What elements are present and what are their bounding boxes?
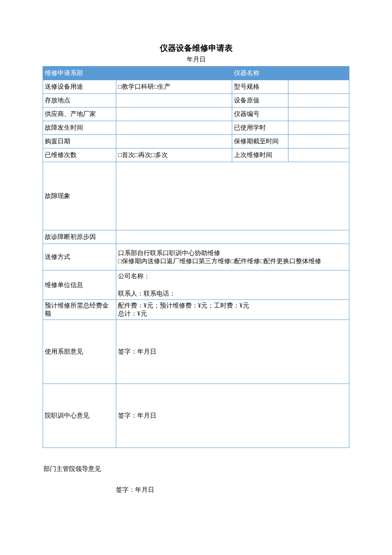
row-symptom: 故隙现象	[43, 162, 349, 230]
row-faulttime: 故障发生时间 已使用学时	[43, 121, 349, 135]
symptom-label: 故隙现象	[43, 162, 116, 230]
warranty-val[interactable]	[288, 135, 349, 148]
location-label: 存放地点	[43, 94, 116, 108]
origvalue-val[interactable]	[288, 94, 349, 108]
row-usage: 送修设备用途 □教学口科研□生产 型号规格	[43, 80, 349, 94]
method-label: 送修方式	[43, 244, 116, 270]
faulttime-label: 故障发生时间	[43, 121, 116, 135]
row-method: 送修方式 口系部自行联系口职训中心协助维修 □保修期内送修口返厂维修口第三方维修…	[43, 244, 349, 270]
header-dept-val	[116, 67, 232, 80]
header-equipname-label: 仪器名称	[232, 67, 288, 80]
repair-request-form-table: 维修申请系部 仪器名称 送修设备用途 □教学口科研□生产 型号规格 存放地点 设…	[43, 66, 349, 448]
diag-label: 故诊障断初原步因	[43, 230, 116, 244]
cost-label: 预计维修所需总经费金额	[43, 300, 116, 320]
center-val[interactable]: 签字：年月日	[116, 384, 349, 448]
row-purchase: 购置日期 保修期截至时间	[43, 135, 349, 148]
equipno-label: 仪器编号	[232, 108, 288, 121]
diag-val[interactable]	[116, 230, 349, 244]
center-sign: 签字：年月日	[118, 412, 347, 420]
row-deptopinion: 使用系部意见 签字：年月日	[43, 320, 349, 384]
origvalue-label: 设备原值	[232, 94, 288, 108]
deptopinion-label: 使用系部意见	[43, 320, 116, 384]
model-val[interactable]	[288, 80, 349, 94]
row-repaircount: 已维修次数 □首次□再次□多次 上次维修时间	[43, 148, 349, 162]
model-label: 型号规格	[232, 80, 288, 94]
method-val[interactable]: 口系部自行联系口职训中心协助维修 □保修期内送修口返厂维修口第三方维修□配件维修…	[116, 244, 349, 270]
row-location: 存放地点 设备原值	[43, 94, 349, 108]
deptopinion-val[interactable]: 签字：年月日	[116, 320, 349, 384]
header-equipname-val	[288, 67, 349, 80]
cost-line1: 配件费：¥元；预计维修费：¥元；工时费：¥元	[118, 302, 347, 310]
center-label: 院职训中心意见	[43, 384, 116, 448]
unit-label: 维修单位信息	[43, 270, 116, 300]
row-cost: 预计维修所需总经费金额 配件费：¥元；预计维修费：¥元；工时费：¥元 总计：¥元	[43, 300, 349, 320]
header-row: 维修申请系部 仪器名称	[43, 67, 349, 80]
usedhours-val[interactable]	[288, 121, 349, 135]
row-centeropinion: 院职训中心意见 签字：年月日	[43, 384, 349, 448]
unit-line2: 联系人：联系电话：	[118, 290, 347, 298]
unit-line1: 公司名称：	[118, 272, 347, 280]
purchase-val[interactable]	[116, 135, 232, 148]
unit-val[interactable]: 公司名称： 联系人：联系电话：	[116, 270, 349, 300]
form-date-line: 年月日	[43, 55, 349, 64]
row-unit: 维修单位信息 公司名称： 联系人：联系电话：	[43, 270, 349, 300]
deptopinion-sign: 签字：年月日	[118, 348, 347, 356]
method-line1: 口系部自行联系口职训中心协助维修	[118, 249, 347, 257]
location-val[interactable]	[116, 94, 232, 108]
supplier-val[interactable]	[116, 108, 232, 121]
usedhours-label: 已使用学时	[232, 121, 288, 135]
row-supplier: 供应商、产地厂家 仪器编号	[43, 108, 349, 121]
symptom-val[interactable]	[116, 162, 349, 230]
row-diag: 故诊障断初原步因	[43, 230, 349, 244]
usage-label: 送修设备用途	[43, 80, 116, 94]
form-title: 仪器设备维修申请表	[43, 43, 349, 54]
purchase-label: 购置日期	[43, 135, 116, 148]
lastrepair-val[interactable]	[288, 148, 349, 162]
cost-val[interactable]: 配件费：¥元；预计维修费：¥元；工时费：¥元 总计：¥元	[116, 300, 349, 320]
leader-opinion-label: 部门主管院领导意见	[43, 465, 349, 473]
repaircount-val[interactable]: □首次□再次□多次	[116, 148, 232, 162]
lastrepair-label: 上次维修时间	[232, 148, 288, 162]
method-line2: □保修期内送修口返厂维修口第三方维修□配件维修□配件更换口整体维修	[118, 257, 347, 265]
warranty-label: 保修期截至时间	[232, 135, 288, 148]
usage-val[interactable]: □教学口科研□生产	[116, 80, 232, 94]
leader-opinion-sign: 签字：年月日	[43, 486, 349, 494]
supplier-label: 供应商、产地厂家	[43, 108, 116, 121]
repaircount-label: 已维修次数	[43, 148, 116, 162]
header-dept-label: 维修申请系部	[43, 67, 116, 80]
cost-line2: 总计：¥元	[118, 310, 347, 318]
equipno-val[interactable]	[288, 108, 349, 121]
faulttime-val[interactable]	[116, 121, 232, 135]
